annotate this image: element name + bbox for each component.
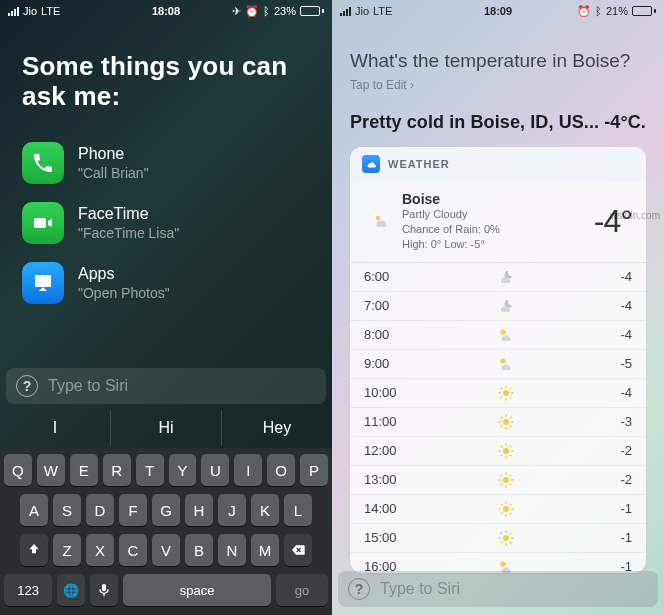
numbers-key[interactable]: 123 bbox=[4, 574, 52, 606]
hour-time: 12:00 bbox=[364, 443, 420, 458]
hour-time: 9:00 bbox=[364, 356, 420, 371]
hour-temp: -4 bbox=[592, 298, 632, 313]
svg-line-11 bbox=[501, 396, 503, 398]
key-a[interactable]: A bbox=[20, 494, 48, 526]
key-y[interactable]: Y bbox=[169, 454, 197, 486]
suggestion-name: Apps bbox=[78, 265, 170, 283]
key-u[interactable]: U bbox=[201, 454, 229, 486]
weather-hilow: High: 0° Low: -5° bbox=[402, 237, 594, 252]
shift-key[interactable] bbox=[20, 534, 48, 566]
key-q[interactable]: Q bbox=[4, 454, 32, 486]
svg-point-31 bbox=[503, 477, 509, 483]
key-p[interactable]: P bbox=[300, 454, 328, 486]
delete-key[interactable] bbox=[284, 534, 312, 566]
svg-line-56 bbox=[501, 541, 503, 543]
cloud-moon-icon bbox=[420, 268, 592, 286]
hour-time: 15:00 bbox=[364, 530, 420, 545]
svg-line-54 bbox=[501, 532, 503, 534]
go-key[interactable]: go bbox=[276, 574, 328, 606]
hour-row: 8:00-4 bbox=[350, 320, 646, 349]
quicktype-suggestion[interactable]: Hey bbox=[221, 410, 332, 446]
facetime-icon bbox=[22, 202, 64, 244]
key-i[interactable]: I bbox=[234, 454, 262, 486]
key-m[interactable]: M bbox=[251, 534, 279, 566]
hour-temp: -3 bbox=[592, 414, 632, 429]
key-h[interactable]: H bbox=[185, 494, 213, 526]
quicktype-suggestion[interactable]: Hi bbox=[110, 410, 221, 446]
key-g[interactable]: G bbox=[152, 494, 180, 526]
siri-response-text: Pretty cold in Boise, ID, US... -4°C. bbox=[350, 112, 646, 133]
hour-temp: -1 bbox=[592, 530, 632, 545]
card-header: WEATHER bbox=[350, 147, 646, 181]
keyboard: QWERTYUIOP ASDFGHJKL ZXCVBNM 123 🌐 space… bbox=[0, 448, 332, 615]
key-o[interactable]: O bbox=[267, 454, 295, 486]
key-k[interactable]: K bbox=[251, 494, 279, 526]
weather-condition: Partly Cloudy bbox=[402, 207, 594, 222]
help-icon[interactable]: ? bbox=[16, 375, 38, 397]
siri-prompt-title: Some things you can ask me: bbox=[22, 52, 310, 112]
weather-big-temp: -4° bbox=[594, 203, 632, 240]
weather-card[interactable]: WEATHER Boise Partly Cloudy Chance of Ra… bbox=[350, 147, 646, 573]
key-w[interactable]: W bbox=[37, 454, 65, 486]
key-b[interactable]: B bbox=[185, 534, 213, 566]
sun-icon bbox=[420, 500, 592, 518]
hour-row: 11:00-3 bbox=[350, 407, 646, 436]
key-r[interactable]: R bbox=[103, 454, 131, 486]
suggestion-item[interactable]: Phone"Call Brian" bbox=[22, 142, 310, 184]
sun-icon bbox=[420, 471, 592, 489]
siri-text-input[interactable] bbox=[380, 580, 648, 598]
tap-to-edit-link[interactable]: Tap to Edit › bbox=[350, 78, 646, 92]
key-c[interactable]: C bbox=[119, 534, 147, 566]
key-x[interactable]: X bbox=[86, 534, 114, 566]
siri-query-text[interactable]: What's the temperature in Boise? bbox=[350, 50, 646, 72]
hourly-forecast-list[interactable]: 6:00-47:00-48:00-49:00-510:00-411:00-312… bbox=[350, 263, 646, 573]
svg-line-20 bbox=[501, 425, 503, 427]
mic-key[interactable] bbox=[90, 574, 118, 606]
help-icon[interactable]: ? bbox=[348, 578, 370, 600]
hour-temp: -2 bbox=[592, 443, 632, 458]
svg-line-10 bbox=[510, 396, 512, 398]
key-z[interactable]: Z bbox=[53, 534, 81, 566]
key-v[interactable]: V bbox=[152, 534, 180, 566]
weather-city: Boise bbox=[402, 191, 594, 207]
key-f[interactable]: F bbox=[119, 494, 147, 526]
siri-input-bar[interactable]: ? bbox=[338, 571, 658, 607]
key-j[interactable]: J bbox=[218, 494, 246, 526]
svg-point-3 bbox=[500, 358, 505, 363]
globe-key[interactable]: 🌐 bbox=[57, 574, 85, 606]
svg-line-48 bbox=[510, 503, 512, 505]
key-l[interactable]: L bbox=[284, 494, 312, 526]
key-e[interactable]: E bbox=[70, 454, 98, 486]
siri-input-bar[interactable]: ? bbox=[6, 368, 326, 404]
svg-line-29 bbox=[501, 454, 503, 456]
hour-row: 12:00-2 bbox=[350, 436, 646, 465]
key-n[interactable]: N bbox=[218, 534, 246, 566]
sun-icon bbox=[420, 384, 592, 402]
key-t[interactable]: T bbox=[136, 454, 164, 486]
svg-line-36 bbox=[501, 474, 503, 476]
siri-text-input[interactable] bbox=[48, 377, 316, 395]
hour-time: 8:00 bbox=[364, 327, 420, 342]
svg-point-49 bbox=[503, 535, 509, 541]
suggestion-example: "Call Brian" bbox=[78, 165, 149, 181]
suggestion-item[interactable]: FaceTime"FaceTime Lisa" bbox=[22, 202, 310, 244]
hour-row: 15:00-1 bbox=[350, 523, 646, 552]
suggestion-item[interactable]: Apps"Open Photos" bbox=[22, 262, 310, 304]
hour-temp: -2 bbox=[592, 472, 632, 487]
suggestion-example: "Open Photos" bbox=[78, 285, 170, 301]
key-s[interactable]: S bbox=[53, 494, 81, 526]
hour-time: 10:00 bbox=[364, 385, 420, 400]
space-key[interactable]: space bbox=[123, 574, 271, 606]
siri-phone-right: 18:09 Jio LTE ⏰ ᛒ 21% What's the tempera… bbox=[332, 0, 664, 615]
svg-line-38 bbox=[501, 483, 503, 485]
svg-line-28 bbox=[510, 454, 512, 456]
quicktype-row: IHiHey bbox=[0, 410, 332, 446]
watermark: wsxdn.com bbox=[610, 210, 660, 221]
hour-row: 13:00-2 bbox=[350, 465, 646, 494]
suggestion-name: FaceTime bbox=[78, 205, 179, 223]
quicktype-suggestion[interactable]: I bbox=[0, 410, 110, 446]
key-d[interactable]: D bbox=[86, 494, 114, 526]
svg-line-39 bbox=[510, 474, 512, 476]
svg-point-13 bbox=[503, 419, 509, 425]
status-time: 18:08 bbox=[0, 5, 332, 17]
